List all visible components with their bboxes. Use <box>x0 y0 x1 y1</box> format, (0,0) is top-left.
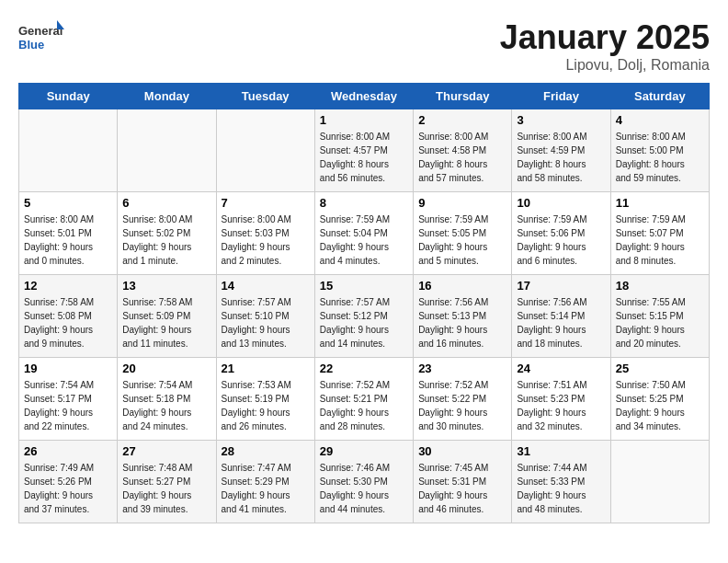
day-detail: Sunrise: 7:57 AM Sunset: 5:10 PM Dayligh… <box>222 295 310 350</box>
calendar-cell: 19Sunrise: 7:54 AM Sunset: 5:17 PM Dayli… <box>19 358 118 441</box>
day-detail: Sunrise: 7:52 AM Sunset: 5:22 PM Dayligh… <box>418 378 506 433</box>
calendar-cell: 14Sunrise: 7:57 AM Sunset: 5:10 PM Dayli… <box>216 275 314 358</box>
day-detail: Sunrise: 7:45 AM Sunset: 5:31 PM Dayligh… <box>418 461 506 516</box>
weekday-header-sunday: Sunday <box>19 84 118 109</box>
day-detail: Sunrise: 7:59 AM Sunset: 5:06 PM Dayligh… <box>517 213 605 268</box>
calendar-cell: 3Sunrise: 8:00 AM Sunset: 4:59 PM Daylig… <box>512 109 610 192</box>
calendar-cell: 26Sunrise: 7:49 AM Sunset: 5:26 PM Dayli… <box>19 441 118 523</box>
day-detail: Sunrise: 7:58 AM Sunset: 5:09 PM Dayligh… <box>122 295 210 350</box>
day-detail: Sunrise: 7:56 AM Sunset: 5:14 PM Dayligh… <box>517 295 605 350</box>
calendar-cell: 4Sunrise: 8:00 AM Sunset: 5:00 PM Daylig… <box>610 109 709 192</box>
page-header: General Blue January 2025 Lipovu, Dolj, … <box>18 18 710 74</box>
calendar-cell: 7Sunrise: 8:00 AM Sunset: 5:03 PM Daylig… <box>216 192 314 275</box>
calendar-cell <box>19 109 118 192</box>
day-detail: Sunrise: 8:00 AM Sunset: 5:00 PM Dayligh… <box>616 130 704 185</box>
calendar-cell: 21Sunrise: 7:53 AM Sunset: 5:19 PM Dayli… <box>216 358 314 441</box>
calendar-cell: 11Sunrise: 7:59 AM Sunset: 5:07 PM Dayli… <box>610 192 709 275</box>
day-detail: Sunrise: 7:49 AM Sunset: 5:26 PM Dayligh… <box>24 461 112 516</box>
weekday-header-wednesday: Wednesday <box>314 84 413 109</box>
day-number: 2 <box>418 113 506 127</box>
month-title: January 2025 <box>500 18 710 57</box>
day-number: 29 <box>320 444 408 458</box>
day-number: 5 <box>24 196 112 210</box>
calendar-cell <box>610 441 709 523</box>
day-detail: Sunrise: 7:51 AM Sunset: 5:23 PM Dayligh… <box>517 378 605 433</box>
weekday-header-tuesday: Tuesday <box>216 84 314 109</box>
weekday-header-monday: Monday <box>118 84 216 109</box>
weekday-header-thursday: Thursday <box>414 84 512 109</box>
day-number: 3 <box>517 113 605 127</box>
day-detail: Sunrise: 7:48 AM Sunset: 5:27 PM Dayligh… <box>122 461 210 516</box>
day-detail: Sunrise: 8:00 AM Sunset: 5:01 PM Dayligh… <box>24 213 112 268</box>
svg-text:Blue: Blue <box>18 38 44 52</box>
day-detail: Sunrise: 7:56 AM Sunset: 5:13 PM Dayligh… <box>418 295 506 350</box>
day-number: 28 <box>222 444 310 458</box>
day-detail: Sunrise: 7:54 AM Sunset: 5:17 PM Dayligh… <box>24 378 112 433</box>
calendar-cell: 12Sunrise: 7:58 AM Sunset: 5:08 PM Dayli… <box>19 275 118 358</box>
day-detail: Sunrise: 8:00 AM Sunset: 5:02 PM Dayligh… <box>122 213 210 268</box>
day-number: 21 <box>222 362 310 375</box>
day-detail: Sunrise: 8:00 AM Sunset: 5:03 PM Dayligh… <box>222 213 310 268</box>
calendar-cell: 5Sunrise: 8:00 AM Sunset: 5:01 PM Daylig… <box>19 192 118 275</box>
day-number: 13 <box>122 279 210 293</box>
calendar-cell: 1Sunrise: 8:00 AM Sunset: 4:57 PM Daylig… <box>314 109 413 192</box>
calendar-week-2: 5Sunrise: 8:00 AM Sunset: 5:01 PM Daylig… <box>19 192 710 275</box>
calendar-cell: 16Sunrise: 7:56 AM Sunset: 5:13 PM Dayli… <box>414 275 512 358</box>
day-detail: Sunrise: 7:57 AM Sunset: 5:12 PM Dayligh… <box>320 295 408 350</box>
weekday-header-saturday: Saturday <box>610 84 709 109</box>
day-detail: Sunrise: 8:00 AM Sunset: 4:59 PM Dayligh… <box>517 130 605 185</box>
calendar-cell: 22Sunrise: 7:52 AM Sunset: 5:21 PM Dayli… <box>314 358 413 441</box>
calendar-cell <box>216 109 314 192</box>
day-detail: Sunrise: 7:59 AM Sunset: 5:07 PM Dayligh… <box>616 213 704 268</box>
location: Lipovu, Dolj, Romania <box>500 57 710 74</box>
day-number: 9 <box>418 196 506 210</box>
calendar-cell: 18Sunrise: 7:55 AM Sunset: 5:15 PM Dayli… <box>610 275 709 358</box>
calendar-cell: 8Sunrise: 7:59 AM Sunset: 5:04 PM Daylig… <box>314 192 413 275</box>
calendar-cell: 9Sunrise: 7:59 AM Sunset: 5:05 PM Daylig… <box>414 192 512 275</box>
day-number: 11 <box>616 196 704 210</box>
day-number: 17 <box>517 279 605 293</box>
weekday-header-row: SundayMondayTuesdayWednesdayThursdayFrid… <box>19 84 710 109</box>
weekday-header-friday: Friday <box>512 84 610 109</box>
calendar-week-5: 26Sunrise: 7:49 AM Sunset: 5:26 PM Dayli… <box>19 441 710 523</box>
day-detail: Sunrise: 8:00 AM Sunset: 4:58 PM Dayligh… <box>418 130 506 185</box>
day-detail: Sunrise: 7:52 AM Sunset: 5:21 PM Dayligh… <box>320 378 408 433</box>
day-number: 12 <box>24 279 112 293</box>
day-detail: Sunrise: 7:58 AM Sunset: 5:08 PM Dayligh… <box>24 295 112 350</box>
day-number: 14 <box>222 279 310 293</box>
calendar-week-4: 19Sunrise: 7:54 AM Sunset: 5:17 PM Dayli… <box>19 358 710 441</box>
day-detail: Sunrise: 7:54 AM Sunset: 5:18 PM Dayligh… <box>122 378 210 433</box>
day-number: 4 <box>616 113 704 127</box>
calendar-cell: 10Sunrise: 7:59 AM Sunset: 5:06 PM Dayli… <box>512 192 610 275</box>
day-detail: Sunrise: 7:44 AM Sunset: 5:33 PM Dayligh… <box>517 461 605 516</box>
day-number: 31 <box>517 444 605 458</box>
logo: General Blue <box>18 18 66 60</box>
svg-text:General: General <box>18 24 63 38</box>
calendar-cell: 17Sunrise: 7:56 AM Sunset: 5:14 PM Dayli… <box>512 275 610 358</box>
day-detail: Sunrise: 7:46 AM Sunset: 5:30 PM Dayligh… <box>320 461 408 516</box>
day-number: 10 <box>517 196 605 210</box>
day-number: 23 <box>418 362 506 375</box>
day-number: 15 <box>320 279 408 293</box>
calendar-cell <box>118 109 216 192</box>
calendar-cell: 15Sunrise: 7:57 AM Sunset: 5:12 PM Dayli… <box>314 275 413 358</box>
day-number: 6 <box>122 196 210 210</box>
day-number: 7 <box>222 196 310 210</box>
day-number: 22 <box>320 362 408 375</box>
calendar-cell: 20Sunrise: 7:54 AM Sunset: 5:18 PM Dayli… <box>118 358 216 441</box>
calendar-cell: 29Sunrise: 7:46 AM Sunset: 5:30 PM Dayli… <box>314 441 413 523</box>
day-number: 1 <box>320 113 408 127</box>
calendar-cell: 2Sunrise: 8:00 AM Sunset: 4:58 PM Daylig… <box>414 109 512 192</box>
svg-marker-2 <box>57 20 64 29</box>
calendar-cell: 24Sunrise: 7:51 AM Sunset: 5:23 PM Dayli… <box>512 358 610 441</box>
day-number: 27 <box>122 444 210 458</box>
logo-svg: General Blue <box>18 18 64 60</box>
day-detail: Sunrise: 7:55 AM Sunset: 5:15 PM Dayligh… <box>616 295 704 350</box>
day-number: 8 <box>320 196 408 210</box>
day-number: 26 <box>24 444 112 458</box>
calendar-cell: 13Sunrise: 7:58 AM Sunset: 5:09 PM Dayli… <box>118 275 216 358</box>
day-number: 19 <box>24 362 112 375</box>
day-number: 30 <box>418 444 506 458</box>
calendar-cell: 30Sunrise: 7:45 AM Sunset: 5:31 PM Dayli… <box>414 441 512 523</box>
calendar-table: SundayMondayTuesdayWednesdayThursdayFrid… <box>18 83 710 523</box>
